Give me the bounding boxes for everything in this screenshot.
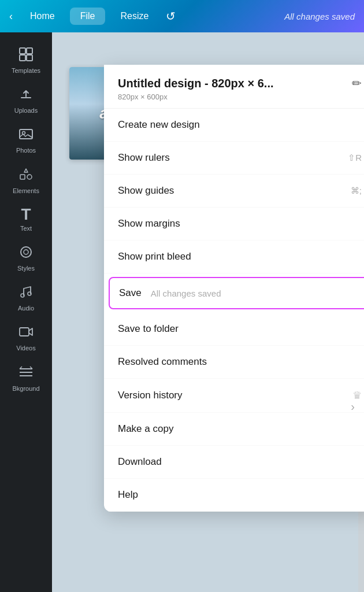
sidebar-item-styles-label: Styles xyxy=(17,265,35,272)
show-rulers-label: Show rulers xyxy=(118,152,170,164)
make-a-copy-item[interactable]: Make a copy xyxy=(104,413,364,446)
svg-point-9 xyxy=(21,247,31,257)
home-label: Home xyxy=(30,11,55,21)
download-label: Download xyxy=(118,456,162,468)
all-changes-saved-text: All changes saved xyxy=(151,288,221,298)
resize-button[interactable]: Resize xyxy=(110,8,159,25)
back-chevron[interactable]: ‹ xyxy=(9,10,13,23)
svg-rect-2 xyxy=(20,55,25,61)
save-to-folder-label: Save to folder xyxy=(118,323,179,335)
file-dropdown-menu: Untitled design - 820px × 6... ✏ 820px ×… xyxy=(104,65,364,512)
dropdown-design-subtitle: 820px × 600px xyxy=(118,92,362,101)
sidebar-item-background[interactable]: Bkground xyxy=(0,357,52,397)
sidebar-item-background-label: Bkground xyxy=(12,385,39,393)
file-button[interactable]: File xyxy=(70,8,106,25)
show-margins-item[interactable]: Show margins xyxy=(104,208,364,240)
content-area: a Untitled design - 820px × 6... ✏ 820px… xyxy=(52,32,364,592)
sidebar-item-styles[interactable]: Styles xyxy=(0,237,52,277)
sidebar-item-photos[interactable]: Photos xyxy=(0,119,52,159)
sidebar-item-text-label: Text xyxy=(20,225,32,232)
sidebar-item-templates-label: Templates xyxy=(12,67,40,75)
dropdown-close-chevron[interactable]: › xyxy=(351,400,355,413)
resolved-comments-item[interactable]: Resolved comments xyxy=(104,346,364,379)
create-new-design-item[interactable]: Create new design xyxy=(104,109,364,142)
text-icon: T xyxy=(21,206,31,223)
file-label: File xyxy=(80,11,95,21)
save-to-folder-item[interactable]: Save to folder xyxy=(104,313,364,346)
download-item[interactable]: Download xyxy=(104,446,364,479)
svg-rect-6 xyxy=(20,175,25,179)
help-label: Help xyxy=(118,489,138,501)
elements-icon xyxy=(18,166,34,185)
videos-icon xyxy=(18,324,34,342)
show-guides-shortcut: ⌘; xyxy=(351,186,362,196)
styles-icon xyxy=(18,244,34,262)
svg-rect-4 xyxy=(20,130,32,139)
sidebar-item-uploads-label: Uploads xyxy=(14,107,38,114)
show-margins-label: Show margins xyxy=(118,218,180,230)
dropdown-header: Untitled design - 820px × 6... ✏ 820px ×… xyxy=(104,65,364,109)
save-label: Save xyxy=(119,287,142,299)
version-history-label: Version history xyxy=(118,390,183,401)
main-layout: Templates Uploads Photos xyxy=(0,32,364,592)
resize-label: Resize xyxy=(120,11,148,21)
sidebar-item-videos-label: Videos xyxy=(16,345,35,352)
sidebar: Templates Uploads Photos xyxy=(0,32,52,592)
sidebar-item-templates[interactable]: Templates xyxy=(0,39,52,79)
background-icon xyxy=(18,364,34,383)
audio-icon xyxy=(18,284,34,302)
help-item[interactable]: Help xyxy=(104,479,364,512)
save-item-content: Save All changes saved xyxy=(119,287,221,299)
version-history-item[interactable]: Version history ♛ xyxy=(104,379,364,413)
edit-title-icon[interactable]: ✏ xyxy=(352,76,362,90)
save-item-wrapper: Save All changes saved xyxy=(104,273,364,313)
show-print-bleed-item[interactable]: Show print bleed xyxy=(104,240,364,273)
show-rulers-shortcut: ⇧R xyxy=(348,153,362,163)
sidebar-item-text[interactable]: T Text xyxy=(0,199,52,237)
topbar: ‹ Home File Resize ↺ All changes saved xyxy=(0,0,364,32)
svg-point-7 xyxy=(27,175,32,179)
sidebar-item-audio-label: Audio xyxy=(18,305,34,312)
sidebar-item-videos[interactable]: Videos xyxy=(0,317,52,357)
svg-rect-13 xyxy=(20,328,29,336)
show-guides-item[interactable]: Show guides ⌘; xyxy=(104,175,364,208)
sidebar-item-elements[interactable]: Elements xyxy=(0,160,52,199)
save-item[interactable]: Save All changes saved xyxy=(109,277,364,309)
show-print-bleed-label: Show print bleed xyxy=(118,251,191,262)
svg-point-10 xyxy=(24,250,28,254)
svg-rect-3 xyxy=(27,55,32,61)
show-guides-label: Show guides xyxy=(118,185,174,197)
undo-button[interactable]: ↺ xyxy=(166,9,176,23)
svg-rect-1 xyxy=(27,48,32,54)
sidebar-item-uploads[interactable]: Uploads xyxy=(0,79,52,119)
sidebar-item-audio[interactable]: Audio xyxy=(0,277,52,317)
sidebar-item-elements-label: Elements xyxy=(13,187,39,195)
templates-icon xyxy=(18,46,34,65)
autosave-status: All changes saved xyxy=(284,12,355,21)
home-button[interactable]: Home xyxy=(20,8,65,25)
sidebar-item-photos-label: Photos xyxy=(16,147,36,154)
resolved-comments-label: Resolved comments xyxy=(118,356,207,368)
show-rulers-item[interactable]: Show rulers ⇧R xyxy=(104,142,364,175)
create-new-design-label: Create new design xyxy=(118,119,200,131)
photos-icon xyxy=(18,126,34,145)
svg-rect-0 xyxy=(20,48,25,54)
uploads-icon xyxy=(18,86,34,105)
make-a-copy-label: Make a copy xyxy=(118,423,173,435)
dropdown-design-title: Untitled design - 820px × 6... xyxy=(118,77,346,90)
